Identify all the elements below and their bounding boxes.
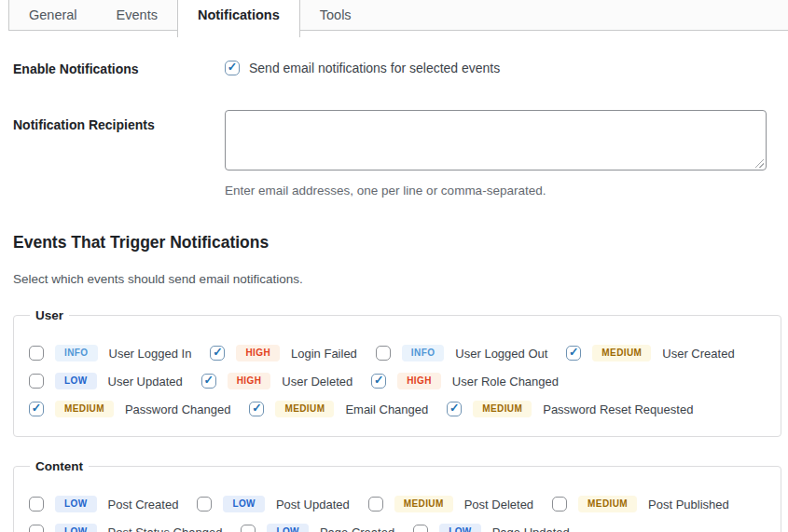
- severity-badge: MEDIUM: [578, 496, 637, 512]
- event-label: Post Published: [648, 498, 729, 512]
- event-row: LOWUser Updated✓HIGHUser Deleted✓HIGHUse…: [29, 373, 766, 389]
- tab-notifications[interactable]: Notifications: [177, 0, 300, 37]
- event-row: ✓MEDIUMPassword Changed✓MEDIUMEmail Chan…: [29, 401, 766, 417]
- event-label: User Logged In: [109, 347, 192, 361]
- event-item[interactable]: ✓MEDIUMUser Created: [566, 345, 734, 361]
- event-item[interactable]: MEDIUMPost Published: [552, 496, 729, 512]
- severity-badge: LOW: [223, 496, 265, 512]
- recipients-textarea[interactable]: [225, 110, 767, 171]
- event-item[interactable]: ✓MEDIUMPassword Reset Requested: [447, 401, 693, 417]
- event-item[interactable]: LOWPage Updated: [413, 524, 570, 532]
- event-checkbox[interactable]: ✓: [447, 402, 462, 416]
- event-checkbox[interactable]: ✓: [566, 346, 581, 361]
- severity-badge: MEDIUM: [275, 401, 334, 417]
- severity-badge: MEDIUM: [55, 401, 114, 417]
- event-item[interactable]: ✓HIGHUser Deleted: [201, 373, 353, 389]
- event-label: Email Changed: [345, 402, 428, 416]
- event-item[interactable]: ✓HIGHUser Role Changed: [371, 373, 559, 389]
- event-row: INFOUser Logged In✓HIGHLogin FailedINFOU…: [29, 345, 766, 361]
- check-icon: ✓: [374, 375, 383, 387]
- check-icon: ✓: [449, 402, 459, 415]
- event-checkbox[interactable]: ✓: [201, 374, 216, 389]
- tab-tools[interactable]: Tools: [300, 0, 371, 31]
- enable-notifications-toggle[interactable]: ✓ Send email notifications for selected …: [225, 60, 500, 76]
- event-checkbox[interactable]: [29, 497, 44, 512]
- event-label: User Updated: [108, 375, 183, 389]
- enable-checkbox-slot: ✓: [225, 61, 240, 75]
- event-checkbox[interactable]: [552, 497, 567, 512]
- event-label: Page Updated: [492, 525, 570, 532]
- event-label: Post Created: [108, 498, 179, 512]
- severity-badge: LOW: [55, 496, 97, 512]
- event-checkbox[interactable]: [368, 497, 383, 512]
- events-section-description: Select which events should send email no…: [13, 272, 781, 286]
- tab-bar-filler: [371, 0, 788, 31]
- severity-badge: INFO: [55, 345, 98, 361]
- event-checkbox[interactable]: [197, 497, 212, 512]
- severity-badge: LOW: [267, 524, 309, 532]
- check-icon: ✓: [228, 61, 237, 74]
- tab-general[interactable]: General: [8, 0, 97, 31]
- event-checkbox[interactable]: [376, 346, 391, 361]
- severity-badge: LOW: [439, 524, 481, 532]
- event-label: User Deleted: [282, 375, 353, 389]
- enable-notifications-checkbox-label: Send email notifications for selected ev…: [249, 61, 500, 75]
- event-row: LOWPost CreatedLOWPost UpdatedMEDIUMPost…: [29, 496, 766, 512]
- event-checkbox[interactable]: ✓: [29, 402, 44, 416]
- event-group-legend: User: [30, 308, 69, 322]
- event-item[interactable]: LOWUser Updated: [29, 373, 183, 389]
- check-icon: ✓: [252, 402, 261, 415]
- event-item[interactable]: ✓MEDIUMEmail Changed: [249, 401, 428, 417]
- event-checkbox[interactable]: [29, 525, 44, 532]
- notification-recipients-field: Enter email addresses, one per line or c…: [225, 110, 767, 198]
- event-checkbox[interactable]: [241, 525, 256, 532]
- event-groups: UserINFOUser Logged In✓HIGHLogin FailedI…: [13, 308, 781, 532]
- event-label: Password Changed: [125, 402, 230, 416]
- enable-notifications-label: Enable Notifications: [13, 60, 225, 76]
- event-label: User Created: [662, 347, 734, 361]
- event-item[interactable]: ✓MEDIUMPassword Changed: [29, 401, 230, 417]
- check-icon: ✓: [569, 347, 578, 359]
- event-label: User Logged Out: [455, 347, 547, 361]
- notification-recipients-label: Notification Recipients: [13, 110, 225, 198]
- severity-badge: MEDIUM: [394, 496, 453, 512]
- event-group-legend: Content: [30, 459, 89, 473]
- notification-recipients-row: Notification Recipients Enter email addr…: [13, 110, 781, 198]
- event-checkbox[interactable]: [413, 525, 428, 532]
- severity-badge: INFO: [402, 345, 445, 361]
- event-group-user: UserINFOUser Logged In✓HIGHLogin FailedI…: [13, 308, 781, 437]
- event-group-content: ContentLOWPost CreatedLOWPost UpdatedMED…: [13, 459, 781, 532]
- severity-badge: HIGH: [397, 373, 441, 389]
- event-checkbox[interactable]: ✓: [249, 402, 264, 416]
- severity-badge: LOW: [55, 524, 97, 532]
- event-item[interactable]: ✓HIGHLogin Failed: [210, 345, 356, 361]
- tab-bar: GeneralEventsNotificationsTools: [0, 0, 788, 37]
- severity-badge: LOW: [55, 373, 97, 389]
- severity-badge: HIGH: [228, 373, 271, 389]
- event-checkbox[interactable]: ✓: [371, 374, 386, 389]
- event-item[interactable]: LOWPost Status Changed: [29, 524, 222, 532]
- event-item[interactable]: LOWPost Created: [29, 496, 178, 512]
- check-icon: ✓: [204, 375, 214, 387]
- settings-panel: Enable Notifications ✓ Send email notifi…: [0, 37, 788, 532]
- event-item[interactable]: MEDIUMPost Deleted: [368, 496, 533, 512]
- event-item[interactable]: INFOUser Logged In: [29, 345, 191, 361]
- event-row: LOWPost Status ChangedLOWPage CreatedLOW…: [29, 524, 766, 532]
- event-item[interactable]: INFOUser Logged Out: [376, 345, 548, 361]
- tab-events[interactable]: Events: [97, 0, 177, 31]
- check-icon: ✓: [213, 347, 222, 359]
- enable-notifications-row: Enable Notifications ✓ Send email notifi…: [13, 60, 781, 76]
- event-label: Password Reset Requested: [543, 402, 693, 416]
- event-item[interactable]: LOWPost Updated: [197, 496, 349, 512]
- recipients-help-text: Enter email addresses, one per line or c…: [225, 184, 767, 198]
- event-label: Page Created: [320, 525, 394, 532]
- event-label: Post Deleted: [464, 498, 533, 512]
- event-item[interactable]: LOWPage Created: [241, 524, 394, 532]
- check-icon: ✓: [32, 402, 41, 415]
- event-label: Post Updated: [276, 498, 350, 512]
- event-checkbox[interactable]: ✓: [210, 346, 225, 361]
- event-checkbox[interactable]: [29, 374, 44, 389]
- events-section-title: Events That Trigger Notifications: [13, 233, 781, 252]
- event-checkbox[interactable]: [29, 346, 44, 361]
- enable-notifications-checkbox[interactable]: ✓: [225, 61, 240, 75]
